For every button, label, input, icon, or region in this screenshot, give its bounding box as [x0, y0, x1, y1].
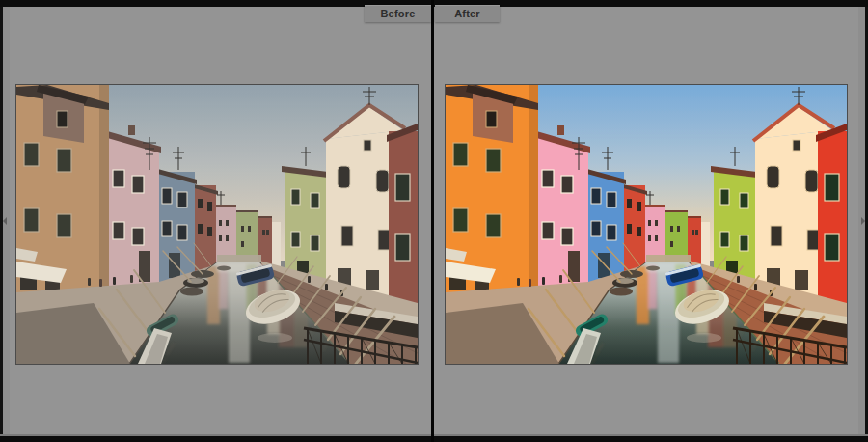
left-panel-collapse-rail[interactable] — [0, 7, 10, 434]
photo-before[interactable] — [16, 85, 418, 364]
burano-canal-image-after — [446, 85, 847, 364]
tab-after[interactable]: After — [435, 5, 500, 22]
photo-after[interactable] — [446, 85, 847, 364]
left-panel-arrow-icon — [3, 217, 7, 225]
bottom-panel-collapse-rail[interactable] — [0, 434, 868, 442]
compare-view: Before After — [0, 0, 868, 442]
tab-before[interactable]: Before — [365, 5, 431, 22]
burano-canal-image-before — [16, 85, 418, 364]
right-panel-arrow-icon — [861, 217, 865, 225]
top-panel-collapse-rail[interactable] — [0, 0, 868, 7]
compare-divider — [431, 0, 434, 442]
right-panel-collapse-rail[interactable] — [858, 7, 868, 434]
